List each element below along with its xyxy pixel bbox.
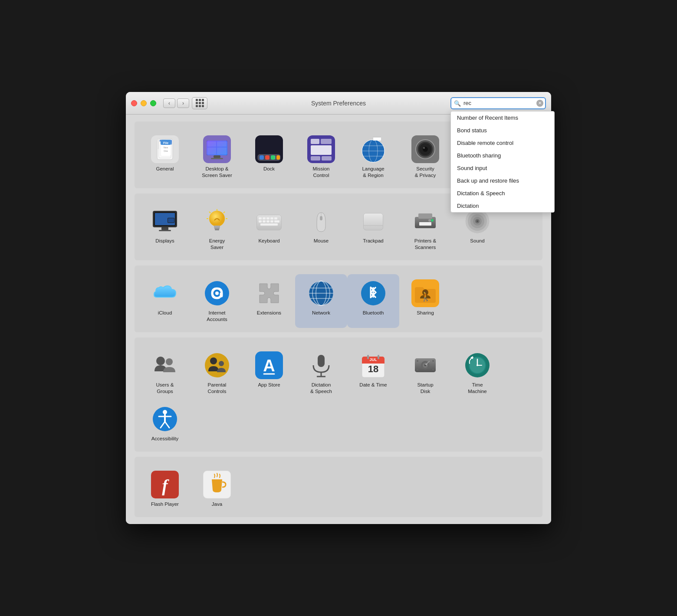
close-button[interactable] [131,100,137,106]
icon-bluetooth[interactable]: Bluetooth [347,274,399,328]
svg-rect-70 [263,217,266,220]
forward-button[interactable]: › [177,98,189,108]
displays-icon [151,207,179,235]
svg-text:🚶: 🚶 [420,290,432,302]
dropdown-item-bond-status[interactable]: Bond status [451,124,554,137]
icon-flash-player[interactable]: f Flash Player [139,465,191,513]
desktop-screensaver-label: Desktop &Screen Saver [202,166,232,179]
bluetooth-label: Bluetooth [363,310,384,316]
energy-saver-icon [203,207,231,235]
icon-general[interactable]: File File New One General [139,130,191,184]
search-dropdown: Number of Recent Items Bond status Disab… [450,111,555,213]
date-time-label: Date & Time [359,382,387,388]
dropdown-item-sound-input[interactable]: Sound input [451,162,554,174]
icon-mouse[interactable]: Mouse [295,202,347,256]
svg-rect-75 [263,220,266,223]
svg-point-147 [477,364,478,366]
icon-printers-scanners[interactable]: Printers &Scanners [399,202,451,256]
trackpad-label: Trackpad [363,238,384,244]
svg-point-89 [431,219,434,222]
sharing-icon: 🚶 [411,279,439,307]
svg-rect-73 [274,217,277,220]
svg-rect-23 [260,155,264,160]
security-privacy-icon [411,135,439,163]
language-region-label: Language& Region [362,166,384,179]
flash-player-label: Flash Player [151,501,179,508]
dropdown-item-disable-remote[interactable]: Disable remote control [451,137,554,149]
nav-buttons: ‹ › [163,98,189,108]
svg-point-114 [166,358,173,365]
icon-dock[interactable]: Dock [243,130,295,184]
icon-security-privacy[interactable]: Security& Privacy [399,130,451,184]
icon-startup-disk[interactable]: StartupDisk [399,346,451,400]
extensions-label: Extensions [257,310,281,316]
maximize-button[interactable] [150,100,156,106]
parental-controls-label: ParentalControls [208,382,227,395]
icon-keyboard[interactable]: Keyboard [243,202,295,256]
icon-energy-saver[interactable]: EnergySaver [191,202,243,256]
svg-rect-78 [274,220,279,223]
svg-point-138 [417,360,418,362]
security-privacy-label: Security& Privacy [415,166,436,179]
dropdown-item-bluetooth-sharing[interactable]: Bluetooth sharing [451,149,554,162]
icon-network[interactable]: Network [295,274,347,328]
icon-users-groups[interactable]: Users &Groups [139,346,191,400]
svg-point-115 [205,353,229,377]
svg-text:New: New [164,146,168,149]
svg-rect-32 [311,156,320,161]
icon-icloud[interactable]: iCloud [139,274,191,328]
search-icon: 🔍 [454,100,461,106]
grid-icon [196,99,204,107]
minimize-button[interactable] [141,100,147,106]
section-internet: iCloud InternetAccounts [135,265,542,332]
svg-rect-17 [207,141,216,147]
icon-extensions[interactable]: Extensions [243,274,295,328]
dictation-speech-icon [307,351,335,379]
icon-displays[interactable]: Displays [139,202,191,256]
internet-icons-grid: iCloud InternetAccounts [139,274,538,328]
icon-internet-accounts[interactable]: InternetAccounts [191,274,243,328]
dropdown-item-backup-restore[interactable]: Back up and restore files [451,174,554,187]
mouse-icon [307,207,335,235]
icon-app-store[interactable]: A App Store [243,346,295,400]
icon-mission-control[interactable]: MissionControl [295,130,347,184]
icon-dictation-speech[interactable]: Dictation& Speech [295,346,347,400]
svg-rect-54 [159,230,171,231]
users-groups-label: Users &Groups [156,382,174,395]
icon-parental-controls[interactable]: ParentalControls [191,346,243,400]
extensions-icon [255,279,283,307]
svg-point-100 [215,292,219,295]
svg-rect-74 [259,220,262,223]
traffic-lights [131,100,156,106]
back-button[interactable]: ‹ [163,98,175,108]
time-machine-label: TimeMachine [468,382,486,395]
icon-desktop-screensaver[interactable]: Desktop &Screen Saver [191,130,243,184]
energy-saver-label: EnergySaver [209,238,225,251]
search-clear-button[interactable]: ✕ [536,100,543,107]
svg-rect-59 [214,226,220,228]
svg-text:File: File [163,141,168,144]
icon-date-time[interactable]: JUL 18 Date & Time [347,346,399,400]
dropdown-item-dictation[interactable]: Dictation [451,200,554,212]
dictation-speech-label: Dictation& Speech [310,382,332,395]
icon-trackpad[interactable]: Trackpad [347,202,399,256]
dropdown-item-dictation-speech[interactable]: Dictation & Speech [451,187,554,200]
startup-disk-icon [411,351,439,379]
section-other: f Flash Player [135,457,542,517]
svg-text:A: A [263,357,275,375]
internet-accounts-label: InternetAccounts [207,310,227,323]
window-title: System Preferences [311,100,366,107]
time-machine-icon [463,351,491,379]
svg-rect-20 [217,147,227,154]
icon-time-machine[interactable]: TimeMachine [451,346,503,400]
svg-rect-18 [217,141,227,147]
icon-sharing[interactable]: 🚶 Sharing [399,274,451,328]
icon-java[interactable]: Java [191,465,243,513]
sharing-label: Sharing [417,310,434,316]
icon-language-region[interactable]: Language& Region [347,130,399,184]
dropdown-item-recent-items[interactable]: Number of Recent Items [451,111,554,124]
grid-view-button[interactable] [192,97,207,109]
search-input[interactable] [450,97,546,109]
icon-accessibility[interactable]: Accessibility [139,400,191,447]
mission-control-icon [307,135,335,163]
